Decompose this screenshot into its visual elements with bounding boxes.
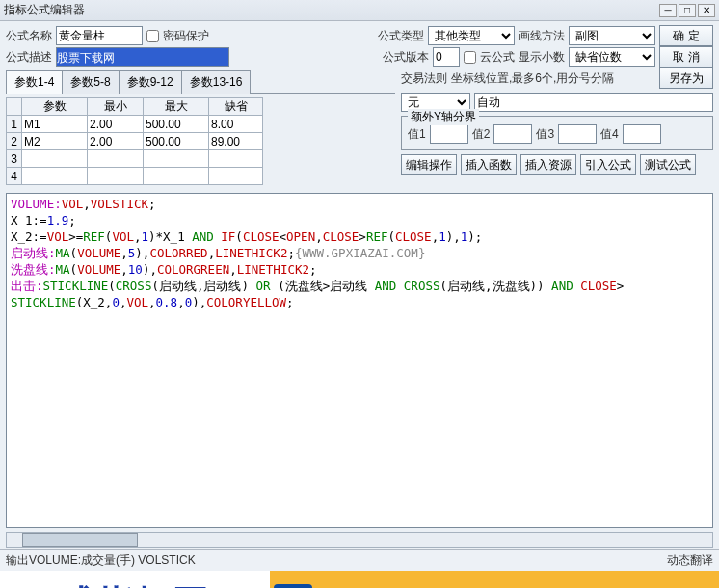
param-row: 3 bbox=[7, 150, 263, 168]
tab-params-1-4[interactable]: 参数1-4 bbox=[6, 70, 63, 94]
formula-type-select[interactable]: 其他类型 bbox=[428, 26, 515, 45]
close-button[interactable]: ✕ bbox=[698, 4, 715, 17]
extra-yaxis-legend: 额外Y轴分界 bbox=[408, 109, 479, 125]
tab-params-5-8[interactable]: 参数5-8 bbox=[62, 70, 119, 94]
formula-name-input[interactable] bbox=[56, 26, 143, 45]
password-protect-label: 密码保护 bbox=[163, 28, 209, 44]
value3-input[interactable] bbox=[558, 124, 597, 144]
cloud-formula-checkbox[interactable] bbox=[464, 51, 476, 64]
banner-left-text: 式指标网 bbox=[0, 571, 270, 588]
cloud-formula-label: 云公式 bbox=[480, 49, 515, 66]
import-formula-button[interactable]: 引入公式 bbox=[580, 154, 636, 175]
coord-hint-label: 坐标线位置,最多6个,用分号分隔 bbox=[451, 70, 655, 87]
draw-method-label: 画线方法 bbox=[519, 28, 565, 44]
cancel-button[interactable]: 取 消 bbox=[659, 46, 713, 67]
minimize-button[interactable]: ─ bbox=[659, 4, 677, 17]
value1-label: 值1 bbox=[408, 126, 426, 143]
trade-rule-label: 交易法则 bbox=[401, 70, 447, 87]
param-min-input[interactable] bbox=[88, 133, 143, 149]
window-title: 指标公式编辑器 bbox=[4, 2, 657, 18]
edit-op-button[interactable]: 编辑操作 bbox=[401, 154, 457, 175]
param-name-input[interactable] bbox=[22, 116, 87, 132]
param-row: 2 bbox=[7, 133, 263, 150]
value3-label: 值3 bbox=[536, 126, 554, 143]
param-min-input[interactable] bbox=[88, 150, 143, 167]
value4-input[interactable] bbox=[623, 124, 661, 144]
formula-name-label: 公式名称 bbox=[6, 28, 52, 44]
test-formula-button[interactable]: 测试公式 bbox=[640, 154, 696, 175]
status-right-label: 动态翻译 bbox=[667, 552, 713, 569]
param-min-input[interactable] bbox=[88, 168, 143, 184]
password-protect-checkbox[interactable] bbox=[146, 30, 159, 42]
param-min-input[interactable] bbox=[88, 116, 143, 132]
param-def-input[interactable] bbox=[209, 168, 262, 184]
show-decimal-select[interactable]: 缺省位数 bbox=[569, 47, 655, 67]
ok-button[interactable]: 确 定 bbox=[659, 25, 713, 46]
value2-input[interactable] bbox=[493, 124, 532, 144]
extra-yaxis-fieldset: 额外Y轴分界 值1 值2 值3 值4 bbox=[401, 116, 713, 150]
param-row: 4 bbox=[7, 168, 263, 185]
param-max-input[interactable] bbox=[144, 116, 208, 132]
param-def-input[interactable] bbox=[209, 116, 262, 132]
param-header-max: 最大 bbox=[144, 98, 209, 116]
param-header-name: 参数 bbox=[22, 98, 88, 116]
tab-params-13-16[interactable]: 参数13-16 bbox=[181, 70, 252, 94]
draw-method-select[interactable]: 副图 bbox=[569, 26, 655, 45]
banner-logo-icon: 9m8 bbox=[274, 584, 312, 588]
param-name-input[interactable] bbox=[22, 133, 87, 149]
param-header-def: 缺省 bbox=[209, 98, 263, 116]
value4-label: 值4 bbox=[600, 126, 619, 143]
param-max-input[interactable] bbox=[144, 168, 208, 184]
save-as-button[interactable]: 另存为 bbox=[659, 67, 713, 89]
code-hscrollbar[interactable] bbox=[6, 532, 713, 548]
param-def-input[interactable] bbox=[209, 133, 262, 149]
param-max-input[interactable] bbox=[144, 133, 208, 149]
value2-label: 值2 bbox=[472, 126, 491, 143]
param-header-min: 最小 bbox=[88, 98, 144, 116]
param-def-input[interactable] bbox=[209, 150, 262, 167]
trade-arg-input[interactable] bbox=[474, 93, 713, 112]
banner-right-text: www.9m8.cn bbox=[316, 585, 719, 589]
formula-version-input[interactable] bbox=[433, 47, 460, 67]
formula-version-label: 公式版本 bbox=[383, 49, 429, 66]
param-name-input[interactable] bbox=[22, 150, 87, 167]
param-tabs: 参数1-4 参数5-8 参数9-12 参数13-16 bbox=[6, 69, 395, 94]
param-max-input[interactable] bbox=[144, 150, 208, 167]
status-output-label: 输出VOLUME:成交量(手) VOLSTICK bbox=[6, 552, 196, 569]
param-name-input[interactable] bbox=[22, 168, 87, 184]
formula-type-label: 公式类型 bbox=[378, 28, 424, 44]
insert-res-button[interactable]: 插入资源 bbox=[520, 154, 576, 175]
scrollbar-thumb[interactable] bbox=[22, 533, 138, 547]
param-row: 1 bbox=[7, 116, 263, 133]
maximize-button[interactable]: □ bbox=[679, 4, 696, 17]
code-editor[interactable]: VOLUME:VOL,VOLSTICK;X_1:=1.9;X_2:=VOL>=R… bbox=[6, 193, 713, 528]
formula-desc-input[interactable]: 股票下载网 WWW.GPXIAZAI.COM bbox=[57, 48, 228, 67]
insert-func-button[interactable]: 插入函数 bbox=[461, 154, 517, 175]
value1-input[interactable] bbox=[430, 124, 468, 144]
show-decimal-label: 显示小数 bbox=[519, 49, 565, 66]
formula-desc-label: 公式描述 bbox=[6, 49, 52, 66]
tab-params-9-12[interactable]: 参数9-12 bbox=[119, 70, 182, 94]
footer-banner: 式指标网 9m8 www.9m8.cn bbox=[0, 571, 719, 588]
